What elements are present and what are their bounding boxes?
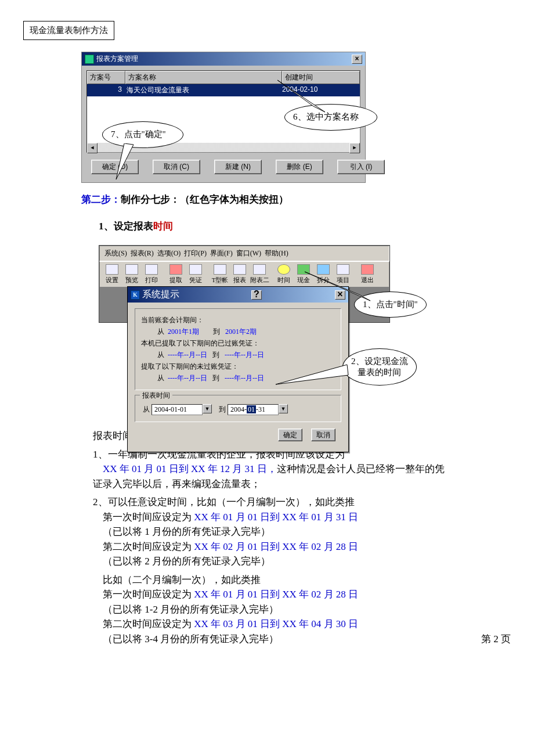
step-label: 第二步： bbox=[81, 194, 121, 205]
scroll-right-icon[interactable]: ► bbox=[349, 143, 360, 153]
close-icon[interactable]: × bbox=[335, 290, 345, 300]
menu-print[interactable]: 打印(P) bbox=[183, 248, 208, 259]
ok-button[interactable]: 确定 bbox=[278, 429, 302, 441]
cancel-button[interactable]: 取消 bbox=[311, 429, 335, 441]
lbl: 从 bbox=[157, 374, 164, 382]
menu-window[interactable]: 窗口(W) bbox=[235, 248, 262, 259]
menu-help[interactable]: 帮助(H) bbox=[264, 248, 290, 259]
cell-name: 海天公司现金流量表 bbox=[124, 84, 280, 96]
sub-b: 时间 bbox=[153, 221, 173, 232]
app-window: 系统(S) 报表(R) 选项(O) 打印(P) 界面(F) 窗口(W) 帮助(H… bbox=[99, 245, 390, 323]
tb-project[interactable]: 项目 bbox=[333, 263, 353, 286]
page-header: 现金流量表制作方法 bbox=[23, 21, 114, 40]
lbl: 从 bbox=[157, 327, 164, 336]
p2: 2、可以任意设定时间，比如（一个月编制一次），如此类推 第一次时间应设定为 XX… bbox=[93, 495, 453, 569]
body-text: 报表时间的设定为二种情况： 1、一年编制一次现金流量表的企业，报表时间应该设定为… bbox=[93, 429, 453, 646]
toolbar: 设置 预览 打印 提取 凭证 T型帐 报表 附表二 时间 现金 拆分 项目 退出 bbox=[99, 261, 389, 287]
col-plan-no: 方案号 bbox=[87, 71, 125, 84]
delete-button[interactable]: 删除 (E) bbox=[276, 160, 323, 174]
cancel-button[interactable]: 取消 (C) bbox=[153, 160, 200, 174]
val: ----年--月--日 bbox=[168, 351, 207, 359]
menu-bar: 系统(S) 报表(R) 选项(O) 打印(P) 界面(F) 窗口(W) 帮助(H… bbox=[99, 246, 389, 261]
lbl-to: 到 bbox=[219, 405, 226, 413]
lbl: 到 bbox=[212, 374, 219, 382]
ok-button[interactable]: 确定 (O) bbox=[91, 160, 139, 174]
chevron-down-icon[interactable]: ▼ bbox=[279, 404, 288, 413]
tb-print[interactable]: 打印 bbox=[142, 263, 161, 286]
import-button[interactable]: 引入 (I) bbox=[337, 160, 385, 174]
tb-settings[interactable]: 设置 bbox=[102, 263, 122, 286]
table-row[interactable]: 3 海天公司现金流量表 2004-02-10 bbox=[87, 84, 360, 96]
tb-exit[interactable]: 退出 bbox=[358, 263, 377, 286]
lbl: 到 bbox=[212, 351, 219, 359]
menu-option[interactable]: 选项(O) bbox=[156, 248, 182, 259]
menu-system[interactable]: 系统(S) bbox=[103, 248, 128, 259]
step-rest: 制作分七步：（红色字体为相关按扭） bbox=[121, 194, 288, 205]
menu-report[interactable]: 报表(R) bbox=[129, 248, 155, 259]
app-icon bbox=[85, 55, 94, 64]
val: 2001年2期 bbox=[225, 327, 257, 336]
col-plan-name: 方案名称 bbox=[125, 71, 282, 84]
info-group: 当前账套会计期间： 从 2001年1期 到 2001年2期 本机已提取了以下期间… bbox=[135, 308, 341, 390]
cell-no: 3 bbox=[87, 84, 124, 96]
group-label: 报表时间 bbox=[140, 391, 172, 401]
label-posted: 本机已提取了以下期间的已过账凭证： bbox=[141, 339, 335, 348]
tb-taccount[interactable]: T型帐 bbox=[210, 263, 230, 286]
val: ----年--月--日 bbox=[225, 351, 264, 359]
p1: 1、一年编制一次现金流量表的企业，报表时间应该设定为 XX 年 01 月 01 … bbox=[93, 447, 453, 492]
tb-voucher[interactable]: 凭证 bbox=[186, 263, 205, 286]
chevron-down-icon[interactable]: ▼ bbox=[203, 404, 212, 413]
val: ----年--月--日 bbox=[225, 374, 264, 382]
label-current-period: 当前账套会计期间： bbox=[141, 315, 335, 325]
date-to-input[interactable]: 2004-01-31 bbox=[228, 404, 279, 415]
modal-icon: K bbox=[131, 290, 140, 300]
tb-preview[interactable]: 预览 bbox=[122, 263, 142, 286]
label-unposted: 提取了以下期间的未过账凭证： bbox=[141, 362, 335, 372]
scroll-left-icon[interactable]: ◄ bbox=[87, 143, 98, 153]
col-created: 创建时间 bbox=[282, 71, 360, 84]
tb-appendix[interactable]: 附表二 bbox=[250, 263, 269, 286]
menu-ui[interactable]: 界面(F) bbox=[209, 248, 234, 259]
tb-extract[interactable]: 提取 bbox=[166, 263, 186, 286]
tb-time[interactable]: 时间 bbox=[274, 263, 294, 286]
callout-7: 7、点击"确定" bbox=[102, 121, 183, 148]
modal-system-tip: K 系统提示 ? × 当前账套会计期间： 从 2001年1期 到 2001年2期… bbox=[127, 286, 349, 452]
callout-6: 6、选中方案名称 bbox=[284, 104, 377, 131]
tb-split[interactable]: 拆分 bbox=[313, 263, 333, 286]
help-icon[interactable]: ? bbox=[251, 290, 262, 300]
lbl-from: 从 bbox=[143, 405, 150, 413]
tb-cash[interactable]: 现金 bbox=[294, 263, 313, 286]
modal-title: 系统提示 bbox=[142, 289, 179, 301]
sub-a: 设定报表 bbox=[114, 221, 153, 232]
val: ----年--月--日 bbox=[168, 374, 207, 382]
report-time-group: 报表时间 从 2004-01-01▼ 到 2004-01-31▼ bbox=[135, 395, 341, 422]
cell-date: 2004-02-10 bbox=[280, 84, 360, 96]
step-2-1: 1、设定报表时间 bbox=[99, 219, 453, 234]
callout-time: 1、点击"时间" bbox=[354, 291, 427, 318]
val: 2001年1期 bbox=[168, 327, 199, 336]
date-from-input[interactable]: 2004-01-01 bbox=[151, 404, 203, 415]
titlebar: 报表方案管理 × bbox=[82, 52, 365, 66]
callout-settime: 2、设定现金流量表的时间 bbox=[342, 348, 417, 386]
tb-report[interactable]: 报表 bbox=[230, 263, 250, 286]
close-icon[interactable]: × bbox=[352, 55, 362, 64]
page-number: 第 2 页 bbox=[481, 632, 511, 647]
dialog-title: 报表方案管理 bbox=[96, 54, 138, 64]
p3: 比如（二个月编制一次），如此类推 第一次时间应设定为 XX 年 01 月 01 … bbox=[93, 573, 453, 647]
new-button[interactable]: 新建 (N) bbox=[214, 160, 262, 174]
sub-no: 1、 bbox=[99, 221, 114, 232]
lbl: 从 bbox=[157, 351, 164, 359]
step-2-heading: 第二步：制作分七步：（红色字体为相关按扭） bbox=[81, 192, 453, 207]
lbl: 到 bbox=[213, 327, 220, 336]
